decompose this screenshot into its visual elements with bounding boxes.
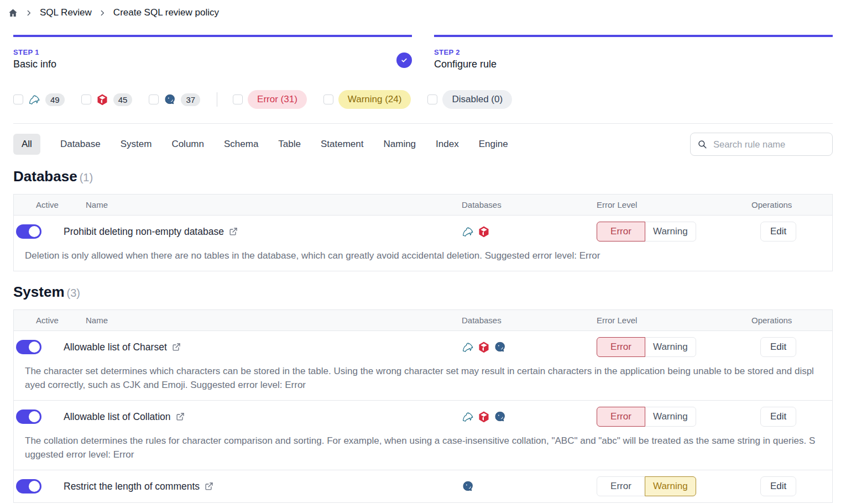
section-name: Database bbox=[13, 168, 77, 185]
section-title: System(3) bbox=[13, 284, 833, 301]
category-tabs: AllDatabaseSystemColumnSchemaTableStatem… bbox=[13, 134, 508, 155]
column-header-error-level: Error Level bbox=[589, 316, 738, 325]
error-level-warning-button[interactable]: Warning bbox=[645, 407, 696, 427]
error-level-error-button[interactable]: Error bbox=[597, 407, 645, 427]
error-level-cell: ErrorWarning bbox=[589, 407, 738, 427]
rule-row: Restrict the length of comments ErrorWar… bbox=[14, 470, 832, 502]
active-toggle[interactable] bbox=[16, 340, 41, 354]
section-database: Database(1)ActiveNameDatabasesError Leve… bbox=[13, 168, 833, 271]
rule-row: Prohibit deleting non-empty database Err… bbox=[14, 216, 832, 248]
column-header-databases: Databases bbox=[462, 200, 589, 209]
rule-name: Restrict the length of comments bbox=[64, 481, 200, 492]
checkbox[interactable] bbox=[149, 95, 159, 104]
error-level-warning-button[interactable]: Warning bbox=[645, 337, 696, 357]
tab-table[interactable]: Table bbox=[278, 134, 301, 155]
rule-table: ActiveNameDatabasesError LevelOperations… bbox=[13, 309, 833, 503]
level-filter-warning[interactable]: Warning (24) bbox=[323, 90, 411, 109]
column-header-name: Name bbox=[86, 316, 462, 325]
search-rule-box[interactable] bbox=[690, 133, 833, 156]
external-link-icon[interactable] bbox=[176, 412, 185, 421]
step-1-title: Basic info bbox=[13, 59, 412, 70]
postgres-icon bbox=[462, 480, 474, 492]
error-level-error-button[interactable]: Error bbox=[597, 337, 645, 357]
tab-engine[interactable]: Engine bbox=[479, 134, 508, 155]
engine-filter-postgres[interactable]: 37 bbox=[149, 93, 200, 106]
step-indicator: STEP 1 Basic info STEP 2 Configure rule bbox=[13, 35, 833, 70]
step-1-label: STEP 1 bbox=[13, 48, 412, 56]
level-filter-error[interactable]: Error (31) bbox=[233, 90, 307, 109]
error-level-error-button[interactable]: Error bbox=[597, 476, 645, 496]
rule-prohibit-deleting-non-empty-database: Prohibit deleting non-empty database Err… bbox=[14, 216, 832, 271]
error-level-warning-button[interactable]: Warning bbox=[645, 222, 696, 242]
breadcrumb-sql-review[interactable]: SQL Review bbox=[40, 7, 92, 18]
table-header-row: ActiveNameDatabasesError LevelOperations bbox=[14, 310, 832, 331]
databases-cell bbox=[462, 480, 589, 492]
tab-database[interactable]: Database bbox=[60, 134, 101, 155]
error-level-warning-button[interactable]: Warning bbox=[645, 476, 696, 496]
tab-schema[interactable]: Schema bbox=[224, 134, 258, 155]
checkbox[interactable] bbox=[233, 95, 243, 104]
breadcrumb: SQL Review Create SQL review policy bbox=[8, 0, 833, 18]
checkbox[interactable] bbox=[323, 95, 333, 104]
rule-row: Allowable list of Charset ErrorWarningEd… bbox=[14, 331, 832, 363]
mysql-icon bbox=[462, 411, 474, 423]
engine-count-badge: 49 bbox=[45, 93, 65, 106]
edit-button[interactable]: Edit bbox=[760, 407, 796, 427]
error-level-cell: ErrorWarning bbox=[589, 476, 738, 496]
active-toggle[interactable] bbox=[16, 479, 41, 494]
checkbox[interactable] bbox=[13, 95, 23, 104]
filter-bar: 49 45 37Error (31)Warning (24)Disabled (… bbox=[13, 90, 833, 109]
step-2: STEP 2 Configure rule bbox=[434, 35, 833, 70]
edit-button[interactable]: Edit bbox=[760, 337, 796, 357]
divider bbox=[13, 123, 833, 124]
tidb-icon bbox=[478, 225, 490, 238]
edit-button[interactable]: Edit bbox=[760, 476, 796, 496]
rule-name: Allowable list of Collation bbox=[64, 411, 171, 423]
mysql-icon bbox=[462, 341, 474, 353]
tab-statement[interactable]: Statement bbox=[321, 134, 364, 155]
error-level-error-button[interactable]: Error bbox=[597, 222, 645, 242]
toggle-knob bbox=[29, 411, 40, 422]
tab-index[interactable]: Index bbox=[436, 134, 459, 155]
checkbox[interactable] bbox=[81, 95, 91, 104]
operations-cell: Edit bbox=[738, 476, 832, 496]
error-level-cell: ErrorWarning bbox=[589, 337, 738, 357]
sql-review-page: SQL Review Create SQL review policy STEP… bbox=[0, 0, 846, 503]
engine-filter-tidb[interactable]: 45 bbox=[81, 93, 133, 106]
level-badge-disabled: Disabled (0) bbox=[442, 90, 512, 109]
column-header-active: Active bbox=[36, 200, 86, 209]
tab-all[interactable]: All bbox=[13, 134, 40, 155]
active-cell bbox=[14, 479, 64, 494]
active-toggle[interactable] bbox=[16, 410, 41, 424]
external-link-icon[interactable] bbox=[205, 482, 213, 491]
category-tabs-row: AllDatabaseSystemColumnSchemaTableStatem… bbox=[13, 133, 833, 156]
engine-filter-mysql[interactable]: 49 bbox=[13, 93, 65, 106]
search-rule-input[interactable] bbox=[712, 139, 826, 150]
section-title: Database(1) bbox=[13, 168, 833, 185]
toggle-knob bbox=[29, 226, 40, 237]
databases-cell bbox=[462, 225, 589, 238]
search-icon bbox=[697, 139, 707, 149]
table-header-row: ActiveNameDatabasesError LevelOperations bbox=[14, 195, 832, 216]
active-toggle[interactable] bbox=[16, 224, 41, 239]
rule-allowable-list-of-charset: Allowable list of Charset ErrorWarningEd… bbox=[14, 331, 832, 400]
toggle-knob bbox=[29, 481, 40, 492]
operations-cell: Edit bbox=[738, 407, 832, 427]
checkbox[interactable] bbox=[427, 95, 437, 104]
external-link-icon[interactable] bbox=[172, 343, 181, 351]
column-header-active: Active bbox=[36, 316, 86, 325]
external-link-icon[interactable] bbox=[229, 227, 238, 236]
operations-cell: Edit bbox=[738, 337, 832, 357]
tab-system[interactable]: System bbox=[121, 134, 152, 155]
edit-button[interactable]: Edit bbox=[760, 222, 796, 242]
tab-naming[interactable]: Naming bbox=[383, 134, 416, 155]
home-icon[interactable] bbox=[8, 8, 18, 18]
postgres-icon bbox=[494, 341, 506, 353]
engine-count-badge: 37 bbox=[181, 93, 200, 106]
name-cell: Prohibit deleting non-empty database bbox=[64, 226, 462, 238]
rule-restrict-the-length-of-comments: Restrict the length of comments ErrorWar… bbox=[14, 470, 832, 502]
tab-column[interactable]: Column bbox=[171, 134, 204, 155]
level-filter-disabled[interactable]: Disabled (0) bbox=[427, 90, 512, 109]
column-header-operations: Operations bbox=[738, 200, 832, 209]
rule-sections: Database(1)ActiveNameDatabasesError Leve… bbox=[13, 168, 833, 503]
